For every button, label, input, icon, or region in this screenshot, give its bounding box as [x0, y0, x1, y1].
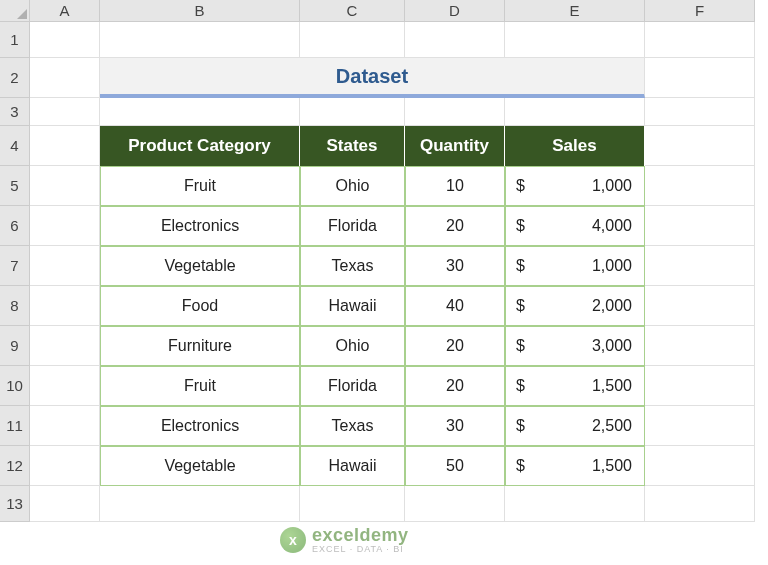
currency-symbol: $ [516, 337, 525, 355]
cell-quantity[interactable]: 50 [405, 446, 505, 486]
column-header-F[interactable]: F [645, 0, 755, 21]
table-header-quantity[interactable]: Quantity [405, 126, 505, 166]
cell-empty[interactable] [645, 486, 755, 522]
sales-amount: 2,500 [592, 417, 632, 435]
row-header-3[interactable]: 3 [0, 98, 29, 126]
cell-empty[interactable] [100, 98, 300, 126]
column-headers: ABCDEF [30, 0, 755, 22]
cell-category[interactable]: Food [100, 286, 300, 326]
cell-sales[interactable]: $1,500 [505, 446, 645, 486]
row-header-6[interactable]: 6 [0, 206, 29, 246]
row-header-11[interactable]: 11 [0, 406, 29, 446]
cell-empty[interactable] [405, 22, 505, 58]
currency-symbol: $ [516, 457, 525, 475]
cell-state[interactable]: Hawaii [300, 446, 405, 486]
cell-empty[interactable] [505, 98, 645, 126]
dataset-title[interactable]: Dataset [100, 58, 645, 98]
cell-empty[interactable] [645, 22, 755, 58]
cell-state[interactable]: Florida [300, 206, 405, 246]
currency-symbol: $ [516, 217, 525, 235]
row-header-7[interactable]: 7 [0, 246, 29, 286]
cell-empty[interactable] [405, 98, 505, 126]
select-all-corner[interactable] [0, 0, 30, 22]
watermark-logo-icon: x [280, 527, 306, 553]
cell-quantity[interactable]: 30 [405, 406, 505, 446]
watermark: x exceldemy EXCEL · DATA · BI [280, 525, 409, 554]
column-header-D[interactable]: D [405, 0, 505, 21]
cell-state[interactable]: Texas [300, 406, 405, 446]
cell-sales[interactable]: $3,000 [505, 326, 645, 366]
cell-quantity[interactable]: 40 [405, 286, 505, 326]
row-header-8[interactable]: 8 [0, 286, 29, 326]
cell-state[interactable]: Ohio [300, 166, 405, 206]
watermark-tag: EXCEL · DATA · BI [312, 544, 409, 554]
cell-empty[interactable] [405, 486, 505, 522]
row-header-9[interactable]: 9 [0, 326, 29, 366]
cell-sales[interactable]: $1,500 [505, 366, 645, 406]
watermark-brand: exceldemy [312, 525, 409, 545]
cell-sales[interactable]: $4,000 [505, 206, 645, 246]
table-header-states[interactable]: States [300, 126, 405, 166]
cell-category[interactable]: Vegetable [100, 246, 300, 286]
currency-symbol: $ [516, 257, 525, 275]
cell-empty[interactable] [100, 22, 300, 58]
row-header-10[interactable]: 10 [0, 366, 29, 406]
sales-amount: 2,000 [592, 297, 632, 315]
cell-category[interactable]: Fruit [100, 366, 300, 406]
sales-amount: 1,500 [592, 457, 632, 475]
cell-category[interactable]: Furniture [100, 326, 300, 366]
column-header-B[interactable]: B [100, 0, 300, 21]
row-header-12[interactable]: 12 [0, 446, 29, 486]
cell-sales[interactable]: $1,000 [505, 246, 645, 286]
row-header-2[interactable]: 2 [0, 58, 29, 98]
sales-amount: 3,000 [592, 337, 632, 355]
sales-amount: 1,000 [592, 177, 632, 195]
sales-amount: 1,000 [592, 257, 632, 275]
currency-symbol: $ [516, 417, 525, 435]
cell-category[interactable]: Vegetable [100, 446, 300, 486]
sales-amount: 4,000 [592, 217, 632, 235]
table-header-sales[interactable]: Sales [505, 126, 645, 166]
cell-empty[interactable] [505, 486, 645, 522]
cell-empty[interactable] [300, 98, 405, 126]
row-header-13[interactable]: 13 [0, 486, 29, 522]
cell-empty[interactable] [30, 22, 100, 58]
sales-amount: 1,500 [592, 377, 632, 395]
row-headers: 12345678910111213 [0, 22, 30, 522]
cell-empty[interactable] [505, 22, 645, 58]
cell-state[interactable]: Ohio [300, 326, 405, 366]
cell-category[interactable]: Electronics [100, 406, 300, 446]
column-header-A[interactable]: A [30, 0, 100, 21]
currency-symbol: $ [516, 297, 525, 315]
cell-state[interactable]: Texas [300, 246, 405, 286]
cell-sales[interactable]: $2,000 [505, 286, 645, 326]
table-header-category[interactable]: Product Category [100, 126, 300, 166]
cell-quantity[interactable]: 20 [405, 206, 505, 246]
cell-empty[interactable] [300, 486, 405, 522]
cell-empty[interactable] [30, 98, 100, 126]
cell-category[interactable]: Fruit [100, 166, 300, 206]
row-header-5[interactable]: 5 [0, 166, 29, 206]
column-header-C[interactable]: C [300, 0, 405, 21]
currency-symbol: $ [516, 177, 525, 195]
cell-empty[interactable] [30, 486, 100, 522]
row-header-1[interactable]: 1 [0, 22, 29, 58]
column-header-E[interactable]: E [505, 0, 645, 21]
worksheet-grid[interactable]: DatasetProduct CategoryStatesQuantitySal… [30, 22, 755, 522]
cell-state[interactable]: Hawaii [300, 286, 405, 326]
cell-quantity[interactable]: 20 [405, 326, 505, 366]
cell-empty[interactable] [100, 486, 300, 522]
cell-quantity[interactable]: 20 [405, 366, 505, 406]
currency-symbol: $ [516, 377, 525, 395]
cell-state[interactable]: Florida [300, 366, 405, 406]
cell-quantity[interactable]: 30 [405, 246, 505, 286]
cell-quantity[interactable]: 10 [405, 166, 505, 206]
cell-sales[interactable]: $2,500 [505, 406, 645, 446]
row-header-4[interactable]: 4 [0, 126, 29, 166]
cell-category[interactable]: Electronics [100, 206, 300, 246]
cell-empty[interactable] [300, 22, 405, 58]
cell-empty[interactable] [645, 98, 755, 126]
cell-sales[interactable]: $1,000 [505, 166, 645, 206]
